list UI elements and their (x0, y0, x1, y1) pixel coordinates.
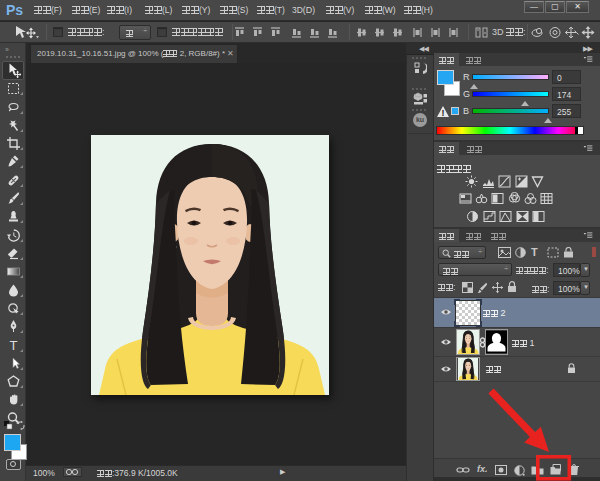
svg-text:T: T (10, 338, 18, 353)
svg-text:!: ! (442, 108, 445, 117)
